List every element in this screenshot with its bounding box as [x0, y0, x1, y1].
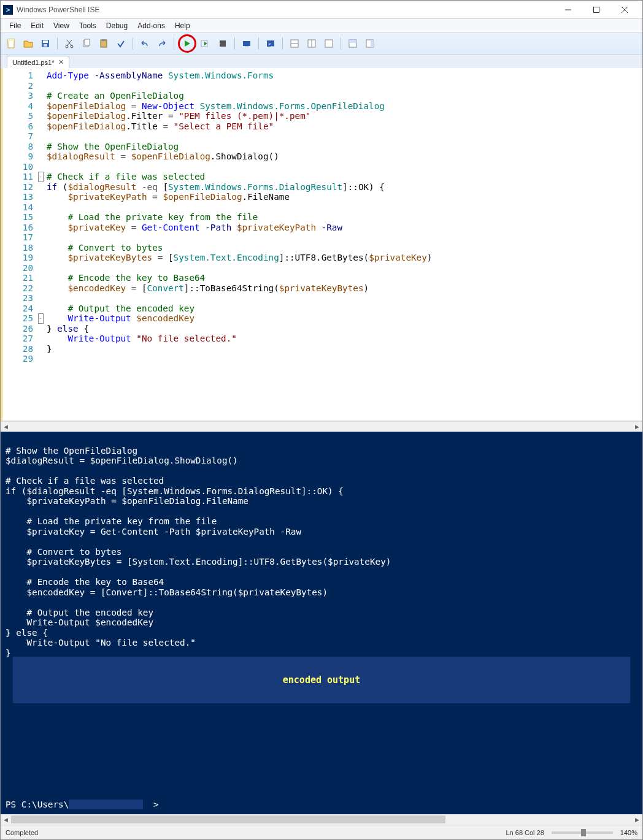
code-line: [47, 293, 642, 304]
scroll-left-icon[interactable]: ◀: [1, 422, 11, 432]
layout-3-button[interactable]: [321, 36, 337, 52]
menu-add-ons[interactable]: Add-ons: [133, 20, 170, 31]
menu-help[interactable]: Help: [170, 20, 195, 31]
code-line: [47, 202, 642, 213]
code-area[interactable]: Add-Type -AssemblyName System.Windows.Fo…: [44, 68, 642, 421]
paste-button[interactable]: [96, 36, 112, 52]
console-line: # Show the OpenFileDialog: [6, 446, 637, 456]
menubar: FileEditViewToolsDebugAdd-onsHelp: [1, 19, 642, 32]
scroll-thumb[interactable]: [11, 815, 445, 823]
show-command-button[interactable]: [362, 36, 378, 52]
code-line: # Create an OpenFileDialog: [47, 91, 642, 101]
svg-rect-25: [325, 40, 333, 47]
menu-edit[interactable]: Edit: [26, 20, 48, 31]
console-line: if ($dialogResult -eq [System.Windows.Fo…: [6, 486, 637, 497]
line-gutter: 1234567891011121314151617181920212223242…: [3, 68, 37, 421]
console-line: # Convert to bytes: [6, 547, 637, 557]
minimize-button[interactable]: [554, 1, 582, 19]
code-line: Add-Type -AssemblyName System.Windows.Fo…: [47, 71, 642, 81]
svg-rect-27: [349, 40, 356, 43]
statusbar: Completed Ln 68 Col 28 140%: [1, 825, 642, 839]
menu-tools[interactable]: Tools: [74, 20, 101, 31]
layout-1-button[interactable]: [287, 36, 302, 52]
fold-toggle[interactable]: -: [38, 172, 44, 182]
save-button[interactable]: [37, 36, 53, 52]
code-line: Write-Output $encodedKey: [47, 313, 642, 324]
run-selection-button[interactable]: [198, 36, 214, 52]
code-line: [47, 354, 642, 364]
fold-toggle[interactable]: -: [38, 313, 44, 324]
code-line: $privateKeyPath = $openFileDialog.FileNa…: [47, 192, 642, 202]
cursor-position: Ln 68 Col 28: [506, 829, 544, 836]
code-editor[interactable]: 1234567891011121314151617181920212223242…: [1, 68, 642, 421]
svg-rect-16: [220, 40, 226, 47]
tab-untitled[interactable]: Untitled1.ps1* ✕: [7, 56, 69, 68]
console-line: $privateKey = Get-Content -Path $private…: [6, 527, 637, 537]
new-file-button[interactable]: [3, 36, 19, 52]
show-script-button[interactable]: [345, 36, 361, 52]
console-line: Write-Output "No file selected.": [6, 638, 637, 648]
scroll-right-icon[interactable]: ▶: [632, 422, 642, 432]
code-line: [47, 162, 642, 172]
zoom-slider[interactable]: [552, 831, 613, 834]
console-line: [6, 466, 637, 476]
console-hscroll[interactable]: ◀ ▶: [1, 814, 642, 825]
maximize-button[interactable]: [582, 1, 610, 19]
layout-2-button[interactable]: [304, 36, 320, 52]
code-line: # Show the OpenFileDialog: [47, 142, 642, 152]
cut-button[interactable]: [61, 36, 77, 52]
run-script-button[interactable]: [180, 36, 194, 52]
scroll-left-icon[interactable]: ◀: [1, 814, 11, 825]
code-line: $privateKey = Get-Content -Path $private…: [47, 223, 642, 233]
menu-file[interactable]: File: [4, 20, 26, 31]
encoded-output-block: encoded output: [13, 657, 630, 704]
code-line: $dialogResult = $openFileDialog.ShowDial…: [47, 151, 642, 162]
menu-debug[interactable]: Debug: [101, 20, 133, 31]
code-line: if ($dialogResult -eq [System.Windows.Fo…: [47, 182, 642, 193]
code-line: [47, 131, 642, 142]
scroll-right-icon[interactable]: ▶: [632, 814, 642, 825]
app-icon: >: [3, 5, 13, 15]
code-line: } else {: [47, 324, 642, 334]
svg-rect-5: [8, 39, 14, 41]
menu-view[interactable]: View: [48, 20, 74, 31]
code-line: # Check if a file was selected: [47, 172, 642, 182]
code-line: # Load the private key from the file: [47, 212, 642, 223]
code-line: # Encode the key to Base64: [47, 273, 642, 283]
fold-column: --: [37, 68, 44, 421]
close-button[interactable]: [610, 1, 639, 19]
svg-rect-17: [243, 41, 250, 46]
svg-text:>_: >_: [268, 41, 274, 47]
titlebar: > Windows PowerShell ISE: [1, 1, 642, 19]
zoom-label: 140%: [620, 829, 637, 836]
redo-button[interactable]: [154, 36, 170, 52]
svg-rect-29: [371, 40, 374, 47]
tab-label: Untitled1.ps1*: [12, 59, 55, 66]
status-text: Completed: [6, 829, 38, 836]
powershell-button[interactable]: >_: [263, 36, 279, 52]
console-line: # Encode the key to Base64: [6, 577, 637, 587]
console-pane[interactable]: # Show the OpenFileDialog$dialogResult =…: [1, 432, 642, 814]
svg-rect-7: [43, 40, 48, 43]
undo-button[interactable]: [137, 36, 153, 52]
toolbar: >_: [1, 32, 642, 55]
open-file-button[interactable]: [20, 36, 36, 52]
svg-rect-12: [85, 39, 90, 45]
svg-rect-1: [594, 7, 599, 12]
encoded-output-label: encoded output: [283, 674, 360, 685]
clear-button[interactable]: [113, 36, 129, 52]
editor-hscroll[interactable]: ◀ ▶: [1, 421, 642, 432]
code-line: # Output the encoded key: [47, 304, 642, 314]
console-line: $privateKeyPath = $openFileDialog.FileNa…: [6, 496, 637, 506]
remote-button[interactable]: [239, 36, 255, 52]
code-line: $openFileDialog.Title = "Select a PEM fi…: [47, 121, 642, 132]
stop-button[interactable]: [215, 36, 231, 52]
svg-rect-8: [44, 44, 47, 47]
code-line: Write-Output "No file selected.": [47, 334, 642, 344]
console-line: [6, 536, 637, 547]
tab-close-icon[interactable]: ✕: [58, 58, 64, 66]
console-prompt[interactable]: PS C:\Users\xxxxxxxxxxxxxx >: [6, 800, 159, 810]
console-line: Write-Output $encodedKey: [6, 617, 637, 628]
copy-button[interactable]: [79, 36, 94, 52]
code-line: $privateKeyBytes = [System.Text.Encoding…: [47, 253, 642, 263]
